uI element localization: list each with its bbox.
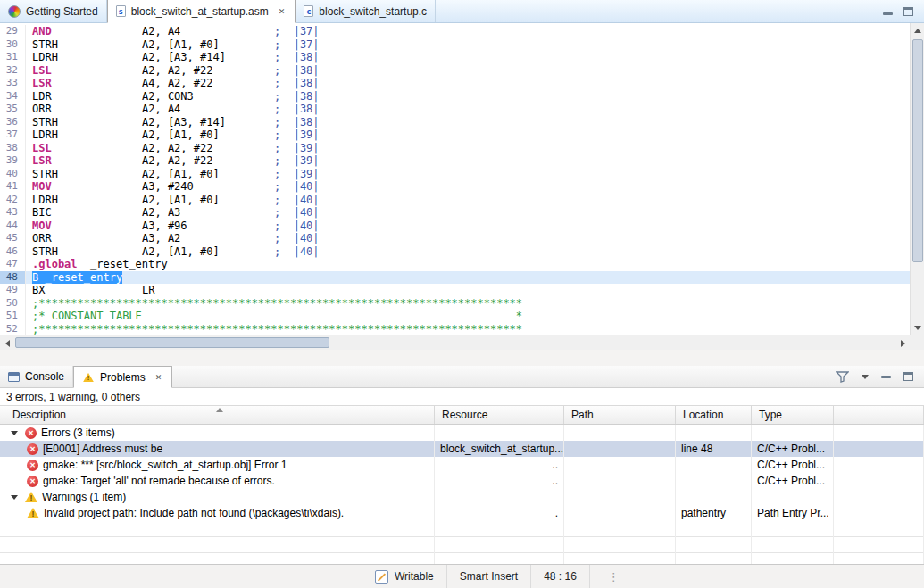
code-line[interactable]: 36STRHA2, [A3, #14]; |38| [0, 116, 910, 129]
line-number[interactable]: 52 [0, 323, 26, 335]
line-number[interactable]: 39 [0, 154, 26, 168]
cell [676, 553, 752, 564]
code-line[interactable]: 30STRHA2, [A1, #0]; |37| [0, 38, 910, 52]
code-line[interactable]: 44MOVA3, #96; |40| [0, 219, 910, 233]
line-number[interactable]: 44 [0, 219, 26, 233]
code-line[interactable]: 29ANDA2, A4; |37| [0, 25, 910, 38]
maximize-icon[interactable] [903, 7, 913, 16]
code-line[interactable]: 43BICA2, A3; |40| [0, 206, 910, 219]
vertical-scroll-thumb[interactable] [912, 39, 923, 262]
problems-group-row[interactable]: Warnings (1 item) [0, 489, 924, 505]
column-header-path[interactable]: Path [564, 406, 676, 424]
code-line[interactable]: 35ORRA2, A4; |38| [0, 103, 910, 116]
mnemonic: BX [32, 284, 142, 297]
code-line-text: ORRA3, A2; |40| [26, 232, 910, 245]
close-icon[interactable]: ✕ [154, 372, 164, 383]
mnemonic: LDRH [32, 51, 142, 64]
panel-minimize-icon[interactable] [881, 376, 891, 378]
code-line[interactable]: 40STRHA2, [A1, #0]; |39| [0, 168, 910, 181]
editor-tab[interactable]: cblock_switch_startup.c [296, 0, 436, 22]
horizontal-scroll-thumb[interactable] [15, 337, 329, 348]
line-number[interactable]: 34 [0, 90, 26, 104]
code-line[interactable]: 47.global _reset_entry [0, 258, 910, 271]
code-line-text: MOVA3, #240; |40| [26, 180, 910, 194]
line-number[interactable]: 40 [0, 168, 26, 181]
problems-group-row[interactable]: Errors (3 items) [0, 425, 924, 441]
expand-twistie-icon[interactable] [11, 495, 18, 500]
line-number[interactable]: 46 [0, 245, 26, 259]
editor-tab[interactable]: Getting Started [0, 0, 107, 22]
horizontal-scrollbar[interactable] [0, 335, 910, 350]
filter-icon[interactable] [836, 370, 849, 383]
problems-row[interactable]: Invalid project path: Include path not f… [0, 505, 924, 521]
scroll-left-button[interactable] [0, 335, 14, 351]
line-number[interactable]: 45 [0, 232, 26, 245]
code-line-text: LDRHA2, [A1, #0]; |39| [26, 128, 910, 142]
editor-tab-bar: Getting Startedsblock_switch_at_startup.… [0, 0, 924, 23]
cell [752, 553, 834, 564]
line-number[interactable]: 48 [0, 271, 26, 285]
code-line-text: STRHA2, [A1, #0]; |37| [26, 38, 910, 52]
code-line[interactable]: 51;* CONSTANT TABLE * [0, 310, 910, 323]
code-line-text: LSRA2, A2, #22; |39| [26, 154, 910, 168]
line-number[interactable]: 36 [0, 116, 26, 129]
panel-maximize-icon[interactable] [903, 372, 913, 381]
line-number[interactable]: 35 [0, 103, 26, 116]
line-number[interactable]: 41 [0, 180, 26, 194]
code-lines[interactable]: 29ANDA2, A4; |37|30STRHA2, [A1, #0]; |37… [0, 23, 910, 335]
code-line[interactable]: 39LSRA2, A2, #22; |39| [0, 154, 910, 168]
line-number[interactable]: 47 [0, 258, 26, 271]
scroll-right-button[interactable] [895, 335, 910, 351]
cell [435, 537, 564, 553]
overflow-dots-icon[interactable]: ⋮ [608, 570, 620, 584]
code-line[interactable]: 37LDRHA2, [A1, #0]; |39| [0, 128, 910, 142]
panel-tab[interactable]: Console [0, 366, 73, 387]
code-line[interactable]: 48B _reset_entry [0, 271, 910, 285]
line-number[interactable]: 43 [0, 206, 26, 219]
column-header-resource[interactable]: Resource [435, 406, 564, 424]
line-number[interactable]: 33 [0, 77, 26, 90]
panel-sash[interactable] [0, 350, 924, 366]
code-line[interactable]: 52;*************************************… [0, 323, 910, 335]
problems-row[interactable]: gmake: Target 'all' not remade because o… [0, 473, 924, 489]
scroll-down-button[interactable] [911, 320, 924, 335]
line-number[interactable]: 38 [0, 142, 26, 155]
code-line[interactable]: 34LDRA2, CON3; |38| [0, 90, 910, 104]
minimize-icon[interactable] [883, 12, 893, 15]
line-number[interactable]: 49 [0, 284, 26, 297]
code-line[interactable]: 42LDRHA2, [A1, #0]; |40| [0, 194, 910, 207]
panel-tab[interactable]: Problems✕ [73, 366, 172, 388]
code-line[interactable]: 33LSRA4, A2, #22; |38| [0, 77, 910, 90]
code-line[interactable]: 49BXLR [0, 284, 910, 297]
line-number[interactable]: 42 [0, 194, 26, 207]
scroll-up-button[interactable] [911, 23, 924, 37]
error-icon [25, 427, 37, 439]
view-menu-icon[interactable] [862, 375, 869, 379]
close-icon[interactable]: ✕ [277, 6, 287, 17]
code-line[interactable]: 41MOVA3, #240; |40| [0, 180, 910, 194]
problems-table-header: Description Resource Path Location Type [0, 405, 924, 425]
problems-row[interactable]: gmake: *** [src/block_switch_at_startup.… [0, 457, 924, 473]
column-header-type[interactable]: Type [752, 406, 834, 424]
line-number[interactable]: 32 [0, 64, 26, 78]
vertical-scrollbar[interactable] [910, 23, 924, 335]
code-line[interactable]: 38LSLA2, A2, #22; |39| [0, 142, 910, 155]
line-number[interactable]: 30 [0, 38, 26, 52]
cell [435, 521, 564, 537]
cell [834, 505, 924, 521]
editor-tab[interactable]: sblock_switch_at_startup.asm✕ [107, 0, 296, 23]
line-number[interactable]: 37 [0, 128, 26, 142]
line-number[interactable]: 29 [0, 25, 26, 38]
problems-row[interactable]: [E0001] Address must beblock_switch_at_s… [0, 441, 924, 457]
code-line[interactable]: 50;*************************************… [0, 297, 910, 311]
code-line[interactable]: 46STRHA2, [A1, #0]; |40| [0, 245, 910, 259]
code-line[interactable]: 32LSLA2, A2, #22; |38| [0, 64, 910, 78]
line-number[interactable]: 51 [0, 310, 26, 323]
code-line[interactable]: 45ORRA3, A2; |40| [0, 232, 910, 245]
column-header-location[interactable]: Location [676, 406, 752, 424]
line-number[interactable]: 50 [0, 297, 26, 311]
code-line[interactable]: 31LDRHA2, [A3, #14]; |38| [0, 51, 910, 64]
insert-mode-item[interactable]: Smart Insert [447, 565, 531, 588]
expand-twistie-icon[interactable] [11, 431, 18, 435]
line-number[interactable]: 31 [0, 51, 26, 64]
